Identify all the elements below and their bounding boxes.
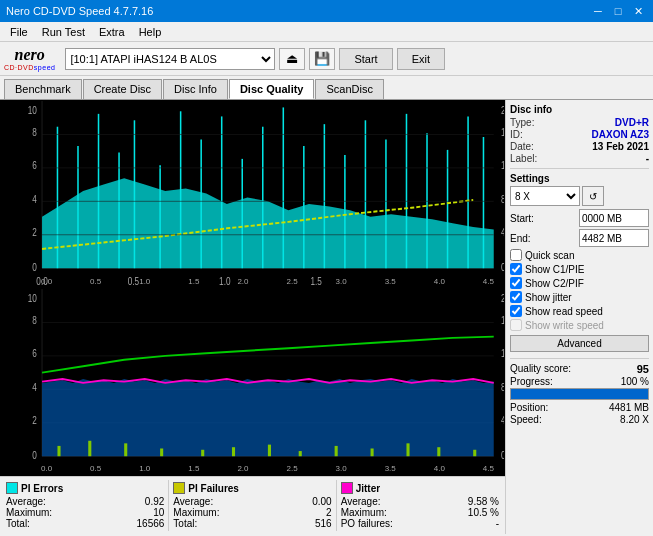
- po-failures-value: -: [496, 518, 499, 529]
- tab-create-disc[interactable]: Create Disc: [83, 79, 162, 99]
- menu-bar: File Run Test Extra Help: [0, 22, 653, 42]
- svg-text:4: 4: [32, 381, 37, 392]
- quality-score-value: 95: [637, 363, 649, 375]
- position-row: Position: 4481 MB: [510, 402, 649, 413]
- title-bar-controls: ─ □ ✕: [589, 2, 647, 20]
- disc-info-title: Disc info: [510, 104, 649, 115]
- po-failures-label: PO failures:: [341, 518, 393, 529]
- speed-refresh-button[interactable]: ↺: [582, 186, 604, 206]
- pi-errors-legend: PI Errors: [6, 482, 164, 494]
- show-write-speed-checkbox[interactable]: [510, 319, 522, 331]
- jitter-avg-label: Average:: [341, 496, 381, 507]
- drive-select[interactable]: [10:1] ATAPI iHAS124 B AL0S: [65, 48, 275, 70]
- show-read-speed-checkbox[interactable]: [510, 305, 522, 317]
- start-input[interactable]: [579, 209, 649, 227]
- svg-text:4: 4: [501, 415, 504, 426]
- eject-icon-btn[interactable]: ⏏: [279, 48, 305, 70]
- svg-rect-76: [406, 443, 409, 456]
- nero-product-text: CD·DVDspeed: [4, 64, 55, 71]
- jitter-legend-box: [341, 482, 353, 494]
- po-failures-row: PO failures: -: [341, 518, 499, 529]
- exit-button[interactable]: Exit: [397, 48, 445, 70]
- jitter-label: Jitter: [356, 483, 380, 494]
- advanced-button[interactable]: Advanced: [510, 335, 649, 352]
- svg-rect-68: [124, 443, 127, 456]
- nero-brand-text: nero: [15, 46, 45, 64]
- bottom-chart: 0 2 4 6 8 10 0 4 8 12 16 20: [1, 289, 504, 476]
- show-c2-pif-checkbox[interactable]: [510, 277, 522, 289]
- svg-text:6: 6: [32, 160, 37, 171]
- svg-text:0: 0: [32, 449, 37, 460]
- menu-file[interactable]: File: [4, 24, 34, 40]
- pi-errors-stats: PI Errors Average: 0.92 Maximum: 10 Tota…: [2, 480, 169, 531]
- svg-text:2: 2: [32, 415, 37, 426]
- tab-benchmark[interactable]: Benchmark: [4, 79, 82, 99]
- pi-failures-label: PI Failures: [188, 483, 239, 494]
- show-c1-pie-row: Show C1/PIE: [510, 263, 649, 275]
- jitter-avg-value: 9.58 %: [468, 496, 499, 507]
- pi-errors-total-value: 16566: [137, 518, 165, 529]
- top-chart-x-labels: 0.0 0.5 1.0 1.5 2.0 2.5 3.0 3.5 4.0 4.5: [41, 277, 494, 286]
- tab-scan-disc[interactable]: ScanDisc: [315, 79, 383, 99]
- progress-label-row: Progress: 100 %: [510, 376, 649, 387]
- maximize-button[interactable]: □: [609, 2, 627, 20]
- start-label: Start:: [510, 213, 534, 224]
- pi-failures-max-label: Maximum:: [173, 507, 219, 518]
- right-panel: Disc info Type: DVD+R ID: DAXON AZ3 Date…: [505, 100, 653, 534]
- pi-failures-stats: PI Failures Average: 0.00 Maximum: 2 Tot…: [169, 480, 336, 531]
- svg-rect-72: [268, 444, 271, 456]
- menu-run-test[interactable]: Run Test: [36, 24, 91, 40]
- svg-text:6: 6: [32, 348, 37, 359]
- svg-text:8: 8: [32, 127, 37, 138]
- quality-score-label: Quality score:: [510, 363, 571, 375]
- tabs: Benchmark Create Disc Disc Info Disc Qua…: [0, 76, 653, 100]
- svg-rect-71: [232, 447, 235, 456]
- left-content: 0 2 4 6 8 10 0 4 8 12 16 20: [0, 100, 505, 534]
- pi-failures-avg-value: 0.00: [312, 496, 331, 507]
- bottom-stats: PI Errors Average: 0.92 Maximum: 10 Tota…: [0, 476, 505, 534]
- menu-extra[interactable]: Extra: [93, 24, 131, 40]
- pi-failures-total-label: Total:: [173, 518, 197, 529]
- end-mb-row: End:: [510, 229, 649, 247]
- svg-text:0: 0: [501, 449, 504, 460]
- show-c2-pif-label: Show C2/PIF: [525, 278, 584, 289]
- speed-label: Speed:: [510, 414, 542, 425]
- pi-failures-legend-box: [173, 482, 185, 494]
- top-chart: 0 2 4 6 8 10 0 4 8 12 16 20: [1, 101, 504, 288]
- pi-errors-total-label: Total:: [6, 518, 30, 529]
- progress-bar-fill: [511, 389, 648, 399]
- pi-errors-avg-label: Average:: [6, 496, 46, 507]
- quick-scan-label: Quick scan: [525, 250, 574, 261]
- tab-disc-info[interactable]: Disc Info: [163, 79, 228, 99]
- svg-rect-78: [473, 449, 476, 455]
- close-button[interactable]: ✕: [629, 2, 647, 20]
- svg-text:12: 12: [501, 160, 504, 171]
- show-c1-pie-checkbox[interactable]: [510, 263, 522, 275]
- pi-errors-max-row: Maximum: 10: [6, 507, 164, 518]
- svg-text:8: 8: [501, 381, 504, 392]
- speed-value: 8.20 X: [620, 414, 649, 425]
- pi-failures-avg-label: Average:: [173, 496, 213, 507]
- top-chart-svg: 0 2 4 6 8 10 0 4 8 12 16 20: [1, 101, 504, 288]
- svg-rect-74: [335, 445, 338, 455]
- start-mb-row: Start:: [510, 209, 649, 227]
- show-c2-pif-row: Show C2/PIF: [510, 277, 649, 289]
- pi-failures-total-row: Total: 516: [173, 518, 331, 529]
- speed-select[interactable]: 8 X 4 X 6 X Max: [510, 186, 580, 206]
- divider-2: [510, 358, 649, 359]
- end-input[interactable]: [579, 229, 649, 247]
- save-icon-btn[interactable]: 💾: [309, 48, 335, 70]
- menu-help[interactable]: Help: [133, 24, 168, 40]
- show-jitter-label: Show jitter: [525, 292, 572, 303]
- svg-text:4: 4: [501, 227, 504, 238]
- pi-failures-total-value: 516: [315, 518, 332, 529]
- quick-scan-checkbox[interactable]: [510, 249, 522, 261]
- disc-id-row: ID: DAXON AZ3: [510, 129, 649, 140]
- minimize-button[interactable]: ─: [589, 2, 607, 20]
- show-jitter-checkbox[interactable]: [510, 291, 522, 303]
- start-button[interactable]: Start: [339, 48, 392, 70]
- tab-disc-quality[interactable]: Disc Quality: [229, 79, 315, 99]
- show-c1-pie-label: Show C1/PIE: [525, 264, 584, 275]
- disc-type-row: Type: DVD+R: [510, 117, 649, 128]
- svg-rect-70: [201, 449, 204, 455]
